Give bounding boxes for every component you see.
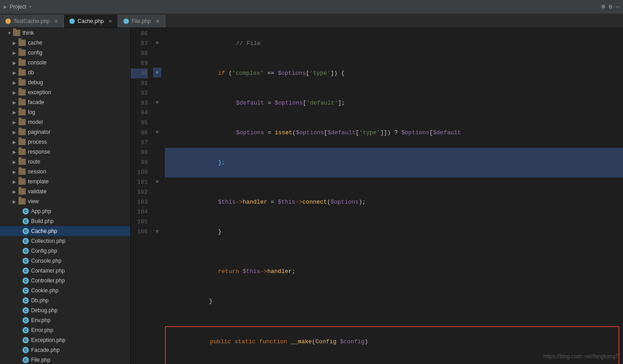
- sidebar-item-app-php[interactable]: C App.php: [0, 206, 130, 216]
- file-icon-config: C: [23, 248, 29, 254]
- gutter: ⊕ ⊕ ⊕ ⊕ ⊕ ⊕: [153, 28, 161, 364]
- file-icon-container: C: [23, 268, 29, 274]
- folder-icon-db: [18, 69, 26, 76]
- sidebar-label-config-php: Config.php: [31, 248, 57, 254]
- sidebar-item-config-folder[interactable]: config: [0, 48, 130, 58]
- folder-icon-route: [18, 159, 26, 165]
- sidebar-label-process: process: [28, 139, 47, 145]
- line-num-106: 106: [131, 227, 148, 237]
- sidebar-label-env: Env.php: [31, 317, 50, 323]
- gutter-93[interactable]: ⊕: [153, 97, 161, 107]
- sidebar-item-db-folder[interactable]: db: [0, 68, 130, 77]
- sidebar-item-model-folder[interactable]: model: [0, 117, 130, 127]
- gutter-103: [153, 196, 161, 206]
- line-num-86: 86: [131, 29, 148, 39]
- sidebar-item-cache-php[interactable]: C Cache.php: [0, 226, 130, 236]
- sidebar[interactable]: think cache config console db debug: [0, 28, 131, 364]
- sidebar-label-route: route: [28, 159, 40, 165]
- folder-icon-template: [18, 178, 26, 185]
- sidebar-item-console-php[interactable]: C Console.php: [0, 256, 130, 266]
- code-lines: // File if ('complex' == $options['type'…: [161, 28, 623, 364]
- dropdown-arrow[interactable]: ▾: [29, 4, 32, 9]
- editor[interactable]: 86 87 88 89 90 91 92 93 94 95 96 97 98 9…: [131, 28, 623, 364]
- line-num-89: 89: [131, 59, 148, 68]
- gutter-102: [153, 187, 161, 196]
- line-num-102: 102: [131, 187, 148, 197]
- tab-close-cache[interactable]: ✕: [108, 18, 112, 24]
- sidebar-item-template-folder[interactable]: template: [0, 177, 130, 187]
- gutter-87[interactable]: ⊕: [153, 38, 161, 48]
- sidebar-item-container-php[interactable]: C Container.php: [0, 266, 130, 276]
- sidebar-item-env-php[interactable]: C Env.php: [0, 315, 130, 325]
- gutter-106[interactable]: ⊕: [153, 226, 161, 236]
- sidebar-item-cache-folder[interactable]: cache: [0, 38, 130, 48]
- gutter-99: [153, 157, 161, 167]
- line-num-87: 87: [131, 39, 148, 49]
- sidebar-item-exception-folder[interactable]: exception: [0, 87, 130, 97]
- sidebar-item-facade-folder[interactable]: facade: [0, 97, 130, 107]
- sidebar-item-route-folder[interactable]: route: [0, 157, 130, 167]
- layout-icon[interactable]: ⊞: [602, 3, 605, 10]
- tab-testcache[interactable]: TestCache.php ✕: [0, 15, 64, 27]
- file-icon-env: C: [23, 317, 29, 323]
- folder-icon-cache: [18, 40, 26, 46]
- sidebar-item-session-folder[interactable]: session: [0, 167, 130, 177]
- sidebar-item-facade-php[interactable]: C Facade.php: [0, 345, 130, 355]
- arrow-exception: [13, 90, 17, 95]
- tab-close-testcache[interactable]: ✕: [54, 18, 58, 24]
- line-num-99: 99: [131, 158, 148, 168]
- tab-label-testcache: TestCache.php: [14, 18, 50, 24]
- arrow-process: [13, 140, 17, 145]
- code-line-95: return $this->handler;: [165, 257, 623, 287]
- folder-icon-console: [18, 59, 26, 66]
- file-icon-build: C: [23, 218, 29, 224]
- folder-icon-process: [18, 139, 26, 145]
- sidebar-item-console-folder[interactable]: console: [0, 58, 130, 68]
- project-label[interactable]: Project: [9, 4, 26, 10]
- sidebar-item-error-php[interactable]: C Error.php: [0, 325, 130, 335]
- sidebar-label-collection: Collection.php: [31, 238, 65, 244]
- gutter-90[interactable]: ⊕: [153, 68, 161, 77]
- sidebar-item-exception-php[interactable]: C Exception.php: [0, 335, 130, 345]
- sidebar-item-process-folder[interactable]: process: [0, 137, 130, 147]
- sidebar-item-db-php[interactable]: C Db.php: [0, 296, 130, 305]
- title-icons: ⊞ ⚙ —: [602, 3, 619, 10]
- sidebar-label-template: template: [28, 178, 49, 185]
- sidebar-item-debug-folder[interactable]: debug: [0, 77, 130, 87]
- code-line-96: }: [165, 287, 623, 316]
- arrow-cache: [13, 41, 17, 46]
- code-line-93: }: [165, 217, 623, 247]
- sidebar-item-validate-folder[interactable]: validate: [0, 187, 130, 196]
- sidebar-label-exception-php: Exception.php: [31, 337, 65, 343]
- sidebar-label-error: Error.php: [31, 327, 53, 333]
- sidebar-root-think[interactable]: think: [0, 28, 130, 38]
- sidebar-item-build-php[interactable]: C Build.php: [0, 216, 130, 226]
- line-num-90: 90: [131, 68, 148, 78]
- sidebar-item-debug-php[interactable]: C Debug.php: [0, 305, 130, 315]
- gutter-96[interactable]: ⊕: [153, 127, 161, 137]
- sidebar-item-log-folder[interactable]: log: [0, 107, 130, 117]
- sidebar-item-paginator-folder[interactable]: paginator: [0, 127, 130, 137]
- tab-icon-file: [123, 18, 129, 24]
- minimize-icon[interactable]: —: [616, 4, 619, 10]
- gutter-94: [153, 107, 161, 117]
- sidebar-item-cookie-php[interactable]: C Cookie.php: [0, 286, 130, 296]
- arrow-model: [13, 120, 17, 125]
- tab-close-file[interactable]: ✕: [155, 18, 159, 24]
- line-num-97: 97: [131, 138, 148, 148]
- sidebar-item-file-php[interactable]: C File.php: [0, 355, 130, 364]
- arrow-config: [13, 50, 17, 55]
- sidebar-item-collection-php[interactable]: C Collection.php: [0, 236, 130, 246]
- sidebar-item-view-folder[interactable]: view: [0, 196, 130, 206]
- sidebar-label-controller: Controller.php: [31, 278, 65, 284]
- gear-icon[interactable]: ⚙: [609, 3, 612, 10]
- sidebar-item-config-php[interactable]: C Config.php: [0, 246, 130, 256]
- sidebar-label-model: model: [28, 119, 43, 125]
- sidebar-label-validate: validate: [28, 188, 46, 195]
- gutter-101[interactable]: ⊕: [153, 177, 161, 187]
- sidebar-item-controller-php[interactable]: C Controller.php: [0, 276, 130, 286]
- gutter-104: [153, 206, 161, 216]
- tab-file[interactable]: File.php ✕: [118, 15, 165, 27]
- sidebar-item-response-folder[interactable]: response: [0, 147, 130, 157]
- tab-cache[interactable]: Cache.php ✕: [64, 15, 118, 27]
